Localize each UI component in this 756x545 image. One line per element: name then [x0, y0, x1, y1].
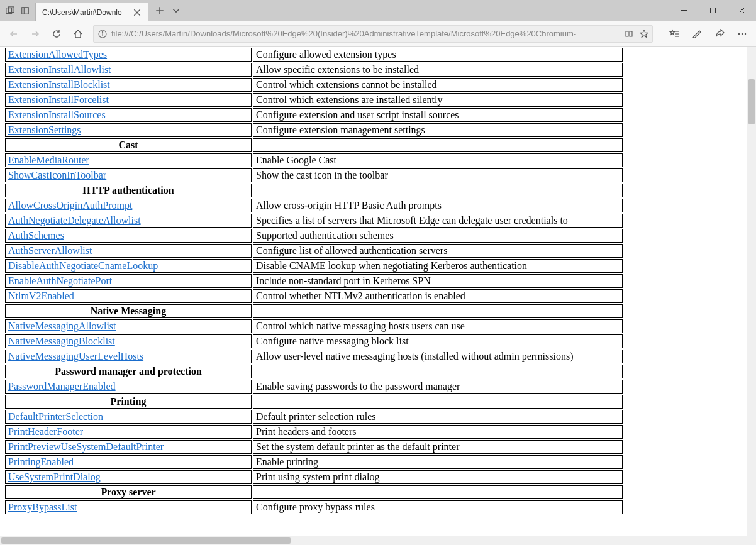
titlebar-left: [0, 0, 35, 21]
policy-link[interactable]: NativeMessagingAllowlist: [8, 321, 116, 331]
table-row: ExtensionSettingsConfigure extension man…: [5, 123, 623, 137]
section-heading-blank: [253, 365, 623, 378]
policy-desc-cell: Control whether NTLMv2 authentication is…: [253, 289, 623, 303]
section-heading-blank: [253, 304, 623, 318]
table-row: EnableMediaRouterEnable Google Cast: [5, 153, 623, 167]
policy-name-cell: NativeMessagingAllowlist: [5, 319, 252, 333]
policy-link[interactable]: PrintHeaderFooter: [8, 426, 83, 437]
more-menu-icon[interactable]: [732, 24, 752, 44]
table-row: AuthServerAllowlistConfigure list of all…: [5, 244, 623, 258]
policy-link[interactable]: ShowCastIconInToolbar: [8, 170, 106, 180]
titlebar: C:\Users\Martin\Downlo: [0, 0, 756, 21]
table-row: ExtensionInstallAllowlistAllow specific …: [5, 63, 623, 77]
policy-name-cell: NativeMessagingBlocklist: [5, 334, 252, 348]
share-icon[interactable]: [709, 24, 730, 44]
table-section-row: Printing: [5, 395, 623, 409]
table-row: ExtensionInstallSourcesConfigure extensi…: [5, 108, 623, 122]
policy-link[interactable]: ExtensionInstallForcelist: [8, 94, 109, 105]
section-heading-blank: [253, 138, 623, 152]
refresh-button[interactable]: [47, 24, 67, 44]
policy-desc-cell: Enable saving passwords to the password …: [253, 380, 623, 394]
policy-desc-cell: Allow user-level native messaging hosts …: [253, 350, 623, 363]
forward-button[interactable]: [25, 24, 45, 44]
site-info-icon[interactable]: [97, 29, 108, 39]
horizontal-scrollbar-thumb[interactable]: [1, 537, 291, 544]
policy-link[interactable]: ExtensionInstallBlocklist: [8, 79, 110, 90]
favorite-star-icon[interactable]: [640, 30, 648, 38]
policy-desc-cell: Control which extensions are installed s…: [253, 93, 623, 107]
svg-marker-18: [670, 30, 674, 35]
address-bar-url: file:///C:/Users/Martin/Downloads/Micros…: [111, 29, 621, 38]
policy-desc-cell: Disable CNAME lookup when negotiating Ke…: [253, 259, 623, 273]
policy-table: ExtensionAllowedTypesConfigure allowed e…: [4, 47, 624, 515]
back-button[interactable]: [4, 24, 24, 44]
policy-link[interactable]: PasswordManagerEnabled: [8, 381, 116, 392]
policy-link[interactable]: DefaultPrinterSelection: [8, 411, 103, 422]
policy-link[interactable]: AuthServerAllowlist: [8, 245, 92, 256]
table-row: NativeMessagingAllowlistControl which na…: [5, 319, 623, 333]
vertical-scrollbar[interactable]: [747, 47, 756, 536]
policy-link[interactable]: AuthSchemes: [8, 230, 64, 241]
policy-name-cell: DefaultPrinterSelection: [5, 410, 252, 424]
page-content: ExtensionAllowedTypesConfigure allowed e…: [0, 47, 747, 515]
svg-rect-9: [710, 8, 715, 13]
page-viewport: ExtensionAllowedTypesConfigure allowed e…: [0, 47, 747, 536]
section-heading-blank: [253, 184, 623, 197]
policy-link[interactable]: DisableAuthNegotiateCnameLookup: [8, 260, 158, 271]
section-heading: Proxy server: [5, 485, 252, 499]
section-heading: Password manager and protection: [5, 365, 252, 378]
table-row: ProxyBypassListConfigure proxy bypass ru…: [5, 500, 623, 514]
vertical-scrollbar-thumb[interactable]: [748, 79, 755, 124]
reading-view-icon[interactable]: [625, 30, 633, 38]
policy-link[interactable]: ExtensionAllowedTypes: [8, 49, 107, 60]
policy-link[interactable]: NtlmV2Enabled: [8, 290, 74, 301]
favorites-list-icon[interactable]: [664, 24, 684, 44]
policy-link[interactable]: ProxyBypassList: [8, 502, 77, 512]
scroll-corner: [747, 536, 756, 545]
policy-link[interactable]: NativeMessagingBlocklist: [8, 336, 115, 346]
policy-name-cell: NativeMessagingUserLevelHosts: [5, 350, 252, 363]
policy-link[interactable]: EnableMediaRouter: [8, 155, 89, 165]
policy-desc-cell: Default printer selection rules: [253, 410, 623, 424]
svg-marker-17: [640, 30, 648, 37]
table-row: ExtensionInstallBlocklistControl which e…: [5, 78, 623, 92]
policy-desc-cell: Print using system print dialog: [253, 470, 623, 484]
policy-desc-cell: Control which native messaging hosts use…: [253, 319, 623, 333]
chevron-down-icon[interactable]: [171, 6, 181, 16]
policy-desc-cell: Configure native messaging block list: [253, 334, 623, 348]
policy-link[interactable]: AllowCrossOriginAuthPrompt: [8, 200, 132, 211]
policy-link[interactable]: PrintPreviewUseSystemDefaultPrinter: [8, 441, 164, 452]
recent-activity-icon[interactable]: [4, 4, 16, 17]
notes-icon[interactable]: [687, 24, 707, 44]
new-tab-icon[interactable]: [155, 6, 165, 16]
set-aside-tabs-icon[interactable]: [19, 4, 31, 17]
maximize-button[interactable]: [698, 0, 727, 21]
table-row: DisableAuthNegotiateCnameLookupDisable C…: [5, 259, 623, 273]
policy-desc-cell: Configure allowed extension types: [253, 48, 623, 62]
policy-link[interactable]: PrintingEnabled: [8, 456, 74, 467]
policy-link[interactable]: ExtensionInstallAllowlist: [8, 64, 111, 75]
policy-name-cell: ProxyBypassList: [5, 500, 252, 514]
minimize-button[interactable]: [669, 0, 698, 21]
policy-link[interactable]: NativeMessagingUserLevelHosts: [8, 351, 143, 361]
policy-link[interactable]: EnableAuthNegotiatePort: [8, 275, 112, 286]
policy-link[interactable]: ExtensionSettings: [8, 124, 81, 135]
close-button[interactable]: [727, 0, 756, 21]
browser-tab[interactable]: C:\Users\Martin\Downlo: [35, 3, 148, 21]
horizontal-scrollbar[interactable]: [0, 536, 747, 545]
titlebar-spacer: [187, 0, 669, 21]
policy-link[interactable]: ExtensionInstallSources: [8, 109, 106, 120]
home-button[interactable]: [68, 24, 88, 44]
policy-desc-cell: Print headers and footers: [253, 425, 623, 439]
policy-link[interactable]: UseSystemPrintDialog: [8, 471, 101, 482]
toolbar: file:///C:/Users/Martin/Downloads/Micros…: [0, 21, 756, 47]
address-bar[interactable]: file:///C:/Users/Martin/Downloads/Micros…: [93, 25, 653, 43]
tab-close-icon[interactable]: [133, 8, 142, 17]
policy-desc-cell: Include non-standard port in Kerberos SP…: [253, 274, 623, 288]
table-row: NtlmV2EnabledControl whether NTLMv2 auth…: [5, 289, 623, 303]
policy-name-cell: UseSystemPrintDialog: [5, 470, 252, 484]
table-row: AuthSchemesSupported authentication sche…: [5, 229, 623, 243]
section-heading-blank: [253, 395, 623, 409]
policy-link[interactable]: AuthNegotiateDelegateAllowlist: [8, 215, 141, 226]
table-row: DefaultPrinterSelectionDefault printer s…: [5, 410, 623, 424]
